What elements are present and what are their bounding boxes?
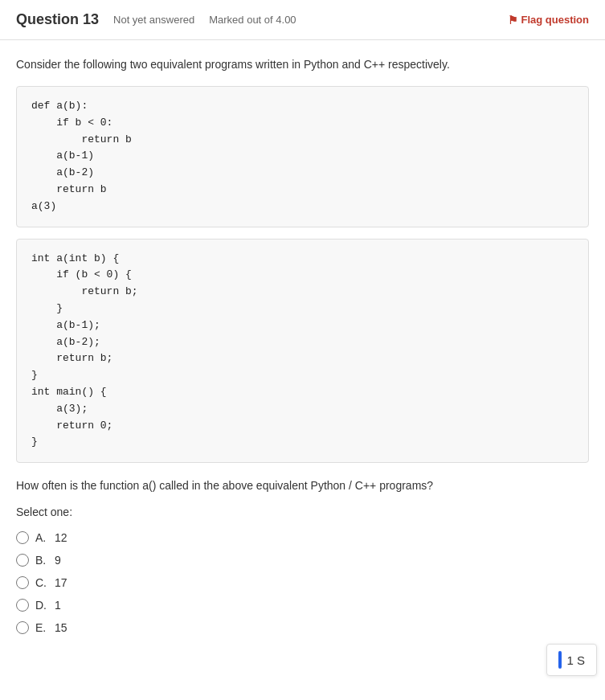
flag-question-label: Flag question: [521, 14, 590, 26]
python-code-block: def a(b): if b < 0: return b a(b-1) a(b-…: [16, 86, 589, 227]
question-header: Question 13 Not yet answered Marked out …: [0, 0, 605, 40]
option-radio-b[interactable]: [16, 554, 29, 567]
timer-badge: 1 S: [546, 644, 597, 676]
option-letter: D.: [35, 599, 50, 612]
option-letter: A.: [35, 531, 50, 544]
option-label: E.15: [35, 621, 67, 634]
option-label: A.12: [35, 531, 67, 544]
option-value: 1: [55, 599, 61, 612]
option-letter: C.: [35, 576, 50, 589]
option-item: A.12: [16, 526, 589, 549]
option-value: 17: [55, 576, 67, 589]
option-label: C.17: [35, 576, 67, 589]
option-letter: E.: [35, 621, 50, 634]
options-list: A.12B.9C.17D.1E.15: [16, 526, 589, 639]
status-badge: Not yet answered: [113, 14, 194, 26]
cpp-code-block: int a(int b) { if (b < 0) { return b; } …: [16, 239, 589, 464]
option-item: E.15: [16, 616, 589, 639]
option-value: 9: [55, 554, 61, 567]
option-item: B.9: [16, 549, 589, 571]
question-number: Question 13: [16, 11, 99, 28]
question-body: Consider the following two equivalent pr…: [0, 40, 605, 655]
question-container: Question 13 Not yet answered Marked out …: [0, 0, 605, 700]
flag-question-button[interactable]: ⚑ Flag question: [508, 14, 590, 27]
marked-out: Marked out of 4.00: [209, 14, 296, 26]
select-one-label: Select one:: [16, 506, 589, 518]
option-radio-a[interactable]: [16, 531, 29, 544]
option-radio-e[interactable]: [16, 621, 29, 634]
option-item: C.17: [16, 571, 589, 594]
option-label: D.1: [35, 599, 61, 612]
option-label: B.9: [35, 554, 61, 567]
option-value: 15: [55, 621, 67, 634]
option-value: 12: [55, 531, 67, 544]
option-item: D.1: [16, 594, 589, 616]
option-letter: B.: [35, 554, 50, 567]
question-label: How often is the function a() called in …: [16, 477, 589, 494]
flag-icon: ⚑: [508, 14, 518, 27]
timer-bar-icon: [558, 651, 562, 669]
timer-label: 1 S: [566, 653, 585, 667]
option-radio-c[interactable]: [16, 576, 29, 589]
intro-text: Consider the following two equivalent pr…: [16, 56, 589, 73]
option-radio-d[interactable]: [16, 599, 29, 612]
